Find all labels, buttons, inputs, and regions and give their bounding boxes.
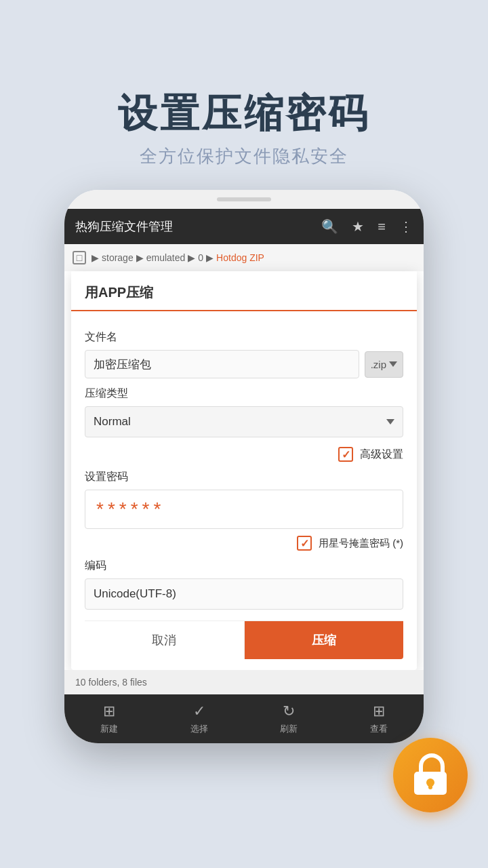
nav-item-refresh[interactable]: ↻ 刷新	[280, 703, 298, 735]
ext-label: .zip	[371, 359, 386, 370]
advanced-row: ✓ 高级设置	[85, 447, 403, 462]
view-icon: ⊞	[373, 703, 385, 720]
app-bar: 热狗压缩文件管理 🔍 ★ ≡ ⋮	[64, 209, 424, 244]
encoding-label: 编码	[85, 559, 403, 573]
nav-item-select[interactable]: ✓ 选择	[190, 703, 208, 735]
ext-badge[interactable]: .zip	[365, 351, 403, 378]
breadcrumb: □ ▶ storage ▶ emulated ▶ 0 ▶ Hotdog ZIP	[64, 244, 424, 271]
nav-label-new: 新建	[100, 723, 118, 735]
filename-label: 文件名	[85, 330, 403, 344]
status-bar: 10 folders, 8 files	[64, 670, 424, 694]
main-title: 设置压缩密码	[118, 90, 370, 137]
sub-title: 全方位保护文件隐私安全	[140, 144, 348, 168]
select-icon: ✓	[193, 703, 205, 720]
compression-chevron-icon	[386, 419, 394, 425]
more-icon[interactable]: ⋮	[399, 218, 413, 235]
password-input[interactable]	[85, 490, 403, 529]
advanced-checkbox[interactable]: ✓	[338, 447, 353, 462]
mask-checkbox[interactable]: ✓	[297, 536, 312, 551]
breadcrumb-sep3: ▶	[206, 252, 214, 263]
bottom-nav: ⊞ 新建 ✓ 选择 ↻ 刷新 ⊞ 查看	[64, 694, 424, 743]
ext-chevron-icon	[389, 361, 397, 367]
dialog-body: 文件名 .zip 压缩类型 Normal ✓	[71, 311, 417, 670]
encoding-value: Unicode(UTF-8)	[94, 587, 176, 600]
password-label: 设置密码	[85, 470, 403, 484]
phone-speaker	[64, 190, 424, 209]
refresh-icon: ↻	[283, 703, 295, 720]
filename-input[interactable]	[85, 350, 359, 378]
compression-value: Normal	[94, 415, 131, 429]
nav-label-view: 查看	[370, 723, 388, 735]
breadcrumb-0: 0	[198, 252, 203, 263]
svg-rect-2	[428, 783, 432, 789]
dialog-title-bar: 用APP压缩	[71, 271, 417, 311]
dialog-buttons: 取消 压缩	[85, 620, 403, 659]
compression-dropdown[interactable]: Normal	[85, 406, 403, 437]
compression-label: 压缩类型	[85, 387, 403, 401]
new-icon: ⊞	[103, 703, 115, 720]
check-icon: ✓	[342, 448, 350, 461]
filename-row: .zip	[85, 350, 403, 378]
mask-label: 用星号掩盖密码 (*)	[319, 537, 403, 550]
app-title: 热狗压缩文件管理	[75, 218, 308, 235]
file-count: 10 folders, 8 files	[75, 677, 147, 688]
breadcrumb-arrow: ▶	[92, 252, 99, 263]
speaker-bar	[217, 197, 271, 201]
lock-icon	[411, 753, 449, 797]
phone-frame: 热狗压缩文件管理 🔍 ★ ≡ ⋮ □ ▶ storage ▶ emulated …	[64, 190, 424, 743]
search-icon[interactable]: 🔍	[321, 218, 338, 235]
compress-button[interactable]: 压缩	[245, 621, 404, 659]
phone-mockup: 热狗压缩文件管理 🔍 ★ ≡ ⋮ □ ▶ storage ▶ emulated …	[64, 190, 424, 743]
nav-label-refresh: 刷新	[280, 723, 298, 735]
breadcrumb-emulated: emulated	[146, 252, 186, 263]
encoding-input[interactable]: Unicode(UTF-8)	[85, 578, 403, 610]
breadcrumb-storage: storage	[102, 252, 134, 263]
nav-label-select: 选择	[190, 723, 208, 735]
mask-row: ✓ 用星号掩盖密码 (*)	[85, 536, 403, 551]
nav-item-new[interactable]: ⊞ 新建	[100, 703, 118, 735]
breadcrumb-sep1: ▶	[136, 252, 144, 263]
breadcrumb-sep2: ▶	[188, 252, 195, 263]
nav-item-view[interactable]: ⊞ 查看	[370, 703, 388, 735]
lock-overlay	[393, 738, 468, 812]
advanced-label: 高级设置	[360, 448, 403, 462]
menu-icon[interactable]: ≡	[378, 219, 386, 235]
mask-check-icon: ✓	[300, 537, 309, 550]
cancel-button[interactable]: 取消	[85, 621, 245, 659]
dialog-title: 用APP压缩	[85, 285, 153, 300]
compress-dialog: 用APP压缩 文件名 .zip 压缩类型 Normal	[71, 271, 417, 670]
star-icon[interactable]: ★	[352, 218, 364, 235]
device-icon: □	[73, 251, 86, 264]
breadcrumb-hotdog: Hotdog ZIP	[216, 252, 264, 263]
